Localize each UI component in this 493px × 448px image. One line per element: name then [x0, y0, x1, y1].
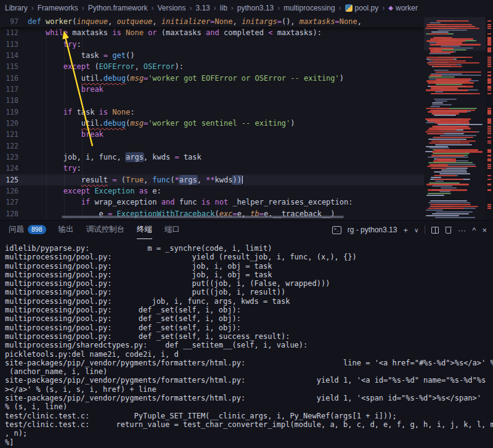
code-token: , — [197, 176, 206, 184]
code-token — [121, 28, 126, 37]
panel-tab-output[interactable]: 输出 — [59, 221, 74, 239]
breadcrumb-label: Python.framework — [88, 4, 148, 12]
minimap-row — [435, 91, 443, 92]
code-token: inqueue — [77, 17, 108, 26]
code-token: = — [104, 51, 108, 60]
code-token: completed — [219, 28, 268, 37]
breadcrumb: Library›Frameworks›Python.framework›Vers… — [0, 0, 493, 16]
code-token: util — [81, 119, 99, 128]
code-token: debug — [104, 74, 126, 83]
panel-tab-terminal[interactable]: 终端 — [137, 221, 152, 239]
breadcrumb-item-frameworks[interactable]: Frameworks — [38, 4, 78, 12]
breadcrumb-label: Library — [5, 4, 28, 12]
code-token: , kwds — [144, 153, 175, 161]
minimap-match-highlight — [426, 108, 450, 110]
terminal-line: site-packages/pip/_vendor/pygments/forma… — [5, 394, 493, 402]
new-terminal-icon[interactable]: + — [403, 226, 408, 234]
terminal-session-label[interactable]: rg - python3.13 — [348, 226, 397, 234]
minimap-row — [432, 104, 452, 105]
minimap-row — [428, 157, 469, 158]
code-token: ): — [174, 62, 183, 71]
terminal-line: (anchor_name, i, line) — [5, 367, 493, 376]
panel-tab-debug-console[interactable]: 调试控制台 — [86, 221, 125, 239]
breadcrumb-label: 3.13 — [195, 4, 210, 12]
minimap-row — [439, 191, 450, 192]
breadcrumb-item-worker[interactable]: ◆worker — [388, 4, 418, 12]
breadcrumb-item-3.13[interactable]: 3.13 — [195, 4, 210, 12]
minimap-row — [430, 147, 449, 149]
code-text: job, i, func, args, kwds = task — [28, 153, 202, 161]
minimap-match-highlight — [425, 28, 479, 30]
code-token — [28, 28, 46, 37]
overview-ruler-mark — [487, 208, 491, 209]
code-token — [28, 198, 81, 206]
overview-ruler-mark — [487, 75, 491, 76]
minimap[interactable] — [424, 16, 486, 220]
breadcrumb-label: multiprocessing — [283, 4, 335, 12]
minimap-match-highlight — [427, 62, 479, 64]
breadcrumb-item-lib[interactable]: lib — [220, 4, 227, 12]
line-number: 125 — [0, 174, 18, 185]
sticky-scroll-line[interactable]: 97def worker(inqueue, outqueue, initiali… — [0, 16, 424, 27]
code-token — [28, 40, 63, 49]
breadcrumb-item-library[interactable]: Library — [5, 4, 28, 12]
split-terminal-icon[interactable] — [431, 227, 439, 234]
minimap-row — [438, 124, 483, 125]
terminal-line: multiprocessing/pool.py: def _set(self, … — [5, 314, 493, 323]
code-token — [28, 164, 63, 173]
code-token: ) — [340, 74, 344, 83]
breadcrumb-separator: › — [31, 4, 34, 12]
code-editor[interactable]: 97def worker(inqueue, outqueue, initiali… — [0, 16, 493, 220]
maximize-panel-icon[interactable]: ^ — [472, 226, 476, 234]
minimap-row — [436, 211, 473, 213]
minimap-match-highlight — [433, 137, 473, 139]
minimap-row — [429, 53, 450, 54]
breadcrumb-item-versions[interactable]: Versions — [157, 4, 185, 12]
terminal-line: site-packages/pip/_vendor/pygments/forma… — [5, 376, 493, 385]
terminal-dropdown-icon[interactable]: ∨ — [414, 226, 418, 234]
code-token: ) — [290, 119, 295, 128]
breadcrumb-item-python3.13[interactable]: python3.13 — [237, 4, 274, 12]
code-token: , — [357, 17, 362, 26]
breadcrumb-item-pool.py[interactable]: pool.py — [345, 4, 379, 12]
breadcrumb-separator: › — [151, 4, 153, 12]
code-token — [28, 187, 63, 195]
code-token: is — [99, 108, 108, 116]
kill-terminal-icon[interactable] — [445, 226, 452, 234]
line-number: 114 — [0, 50, 18, 61]
code-token: = — [335, 17, 340, 26]
code-token: EOFError — [99, 62, 135, 71]
terminal-line: multiprocessing/pool.py: job, i, obj = t… — [5, 271, 493, 279]
line-number: 115 — [0, 61, 18, 72]
code-token: 'worker got EOFError or OSError -- exiti… — [148, 74, 340, 83]
code-token: _helper_reraises_exception: — [228, 198, 352, 206]
code-token: : — [76, 40, 81, 49]
close-panel-icon[interactable]: × — [482, 226, 487, 234]
panel-controls: rg - python3.13 + ∨ ··· ^ × — [332, 221, 487, 239]
overview-ruler-mark — [487, 151, 491, 152]
line-number: 127 — [0, 197, 18, 208]
code-token — [134, 187, 139, 195]
more-actions-icon[interactable]: ··· — [458, 226, 466, 234]
minimap-match-highlight — [426, 89, 468, 91]
overview-ruler-mark — [487, 66, 491, 67]
panel-tab-ports[interactable]: 端口 — [165, 221, 180, 239]
code-token: maxtasks — [299, 17, 335, 26]
minimap-match-highlight — [433, 60, 466, 62]
horizontal-scrollbar[interactable] — [62, 216, 344, 218]
panel-tab-problems[interactable]: 问题898 — [9, 221, 46, 239]
overview-ruler[interactable] — [486, 16, 493, 220]
terminal-output[interactable]: idlelib/pyparse.py: m = _synchre(code, i… — [0, 239, 493, 448]
minimap-match-highlight — [426, 26, 475, 28]
code-token — [28, 74, 81, 83]
terminal-line: %] — [5, 438, 493, 447]
minimap-row — [441, 187, 457, 189]
minimap-row — [440, 135, 476, 136]
code-token: is — [202, 198, 210, 206]
overview-ruler-mark — [487, 184, 491, 185]
minimap-match-highlight — [429, 33, 448, 35]
code-token — [28, 85, 81, 94]
code-token: task — [28, 51, 104, 60]
breadcrumb-item-python.framework[interactable]: Python.framework — [88, 4, 148, 12]
breadcrumb-item-multiprocessing[interactable]: multiprocessing — [283, 4, 335, 12]
